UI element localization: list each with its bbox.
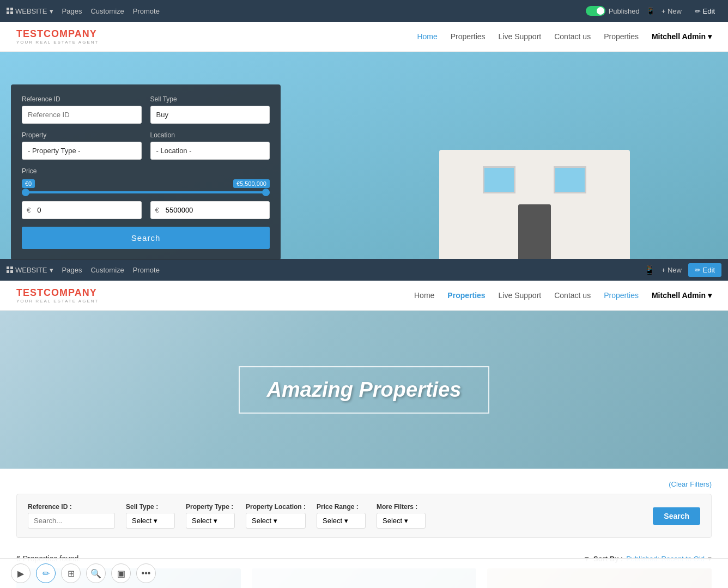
published-toggle[interactable] [586,6,605,16]
admin-bar-top: WEBSITE ▾ Pages Customize Promote Publis… [0,0,728,22]
admin-bar-right: Published 📱 + New ✏ Edit [586,4,721,18]
hero2-title-box: Amazing Properties [239,366,490,414]
user-menu-2[interactable]: Mitchell Admin ▾ [652,291,712,300]
grid-icon [7,8,13,14]
price-slider-max-thumb[interactable] [262,189,270,196]
logo-name-1: TESTCOMPANY [16,28,99,40]
search-row-2: Property - Property Type - Location - Lo… [22,131,270,160]
logo-name-2: TESTCOMPANY [16,287,99,299]
logo-1: TESTCOMPANY YOUR REAL ESTATE AGENT [16,28,99,45]
price-slider-track[interactable] [22,191,270,193]
hero-section-1: Reference ID Sell Type Buy Rent Property… [0,52,728,259]
customize-link-2[interactable]: Customize [90,266,124,274]
tool-media-btn[interactable]: ▣ [111,563,131,583]
filter-sell-value: Select [132,517,151,525]
filter-more-value: Select [383,517,402,525]
price-slider-fill [22,191,270,193]
site-nav-2: Home Properties Live Support Contact us … [414,291,712,300]
website-menu-btn[interactable]: WEBSITE ▾ [7,7,53,15]
filter-ref-input[interactable] [28,513,115,529]
mobile-preview-icon[interactable]: 📱 [646,7,655,15]
nav-properties2-1[interactable]: Properties [604,32,639,41]
admin-bar-2: WEBSITE ▾ Pages Customize Promote 📱 + Ne… [0,259,728,281]
filter-price-value: Select [323,517,342,525]
nav-properties-2[interactable]: Properties [447,291,485,300]
tool-edit-btn[interactable]: ✏ [36,563,56,583]
price-min-badge: €0 [22,179,35,188]
filter-more-label: More Filters : [377,503,426,511]
filter-section: (Clear Filters) Reference ID : Sell Type… [0,469,728,549]
user-name-1: Mitchell Admin [652,32,706,41]
grid-icon-2 [7,266,13,273]
nav-contact-1[interactable]: Contact us [554,32,591,41]
price-max-input[interactable] [163,202,269,219]
promote-link-2[interactable]: Promote [133,266,160,274]
house-door [518,204,551,259]
edit-button-2[interactable]: ✏ Edit [688,263,721,277]
new-button-2[interactable]: + New [662,266,682,274]
sell-type-select[interactable]: Buy Rent [150,106,270,124]
chevron-down-icon: ▾ [50,7,53,15]
ref-id-input[interactable] [22,106,142,124]
filter-search-btn[interactable]: Search [653,507,700,525]
pages-link-2[interactable]: Pages [62,266,82,274]
edit-button-top[interactable]: ✏ Edit [688,4,721,18]
user-menu-1[interactable]: Mitchell Admin ▾ [652,32,712,41]
website-label-2: WEBSITE [15,266,47,274]
tool-grid-btn[interactable]: ⊞ [61,563,81,583]
filter-sell-arrow: ▾ [154,517,157,525]
filter-more-arrow: ▾ [404,517,408,525]
search-button-overlay[interactable]: Search [22,227,270,249]
property-type-label: Property [22,131,142,139]
pages-link[interactable]: Pages [62,7,82,15]
euro-symbol-max: € [151,206,163,214]
price-slider-min-thumb[interactable] [22,189,29,196]
price-min-input-wrap: € [22,201,142,219]
nav-properties-1[interactable]: Properties [451,32,486,41]
mobile-icon-2[interactable]: 📱 [644,265,655,275]
filter-location-label: Property Location : [246,503,306,511]
filter-ref-label: Reference ID : [28,503,115,511]
house-body [439,150,630,259]
website-menu-btn-2[interactable]: WEBSITE ▾ [7,266,53,274]
filter-location-arrow: ▾ [274,517,277,525]
filter-sell-btn[interactable]: Select ▾ [126,513,175,529]
filter-more-btn[interactable]: Select ▾ [377,513,426,529]
price-max-badge: €5,500,000 [233,179,270,188]
nav-properties3-2[interactable]: Properties [604,291,639,300]
filter-property-group: Property Type : Select ▾ [186,503,235,529]
admin-bar-left: WEBSITE ▾ Pages Customize Promote [7,7,160,15]
filter-more-group: More Filters : Select ▾ [377,503,426,529]
tool-play-btn[interactable]: ▶ [11,563,31,583]
price-section: Price €0 €5,500,000 € € [22,167,270,219]
tool-more-btn[interactable]: ••• [136,563,156,583]
filter-location-value: Select [252,517,271,525]
tool-search-btn[interactable]: 🔍 [86,563,106,583]
price-inputs: € € [22,201,270,219]
filter-property-btn[interactable]: Select ▾ [186,513,235,529]
location-select[interactable]: - Location - [150,142,270,160]
clear-filters-link[interactable]: (Clear Filters) [669,480,712,488]
new-button-top[interactable]: + New [662,7,682,15]
nav-home-2[interactable]: Home [414,291,434,300]
filter-sell-group: Sell Type : Select ▾ [126,503,175,529]
filter-sell-label: Sell Type : [126,503,175,511]
filter-price-btn[interactable]: Select ▾ [317,513,366,529]
promote-link[interactable]: Promote [133,7,160,15]
nav-livesupport-2[interactable]: Live Support [499,291,542,300]
website-label: WEBSITE [15,7,47,15]
price-min-input[interactable] [35,202,141,219]
property-type-select[interactable]: - Property Type - [22,142,142,160]
nav-contact-2[interactable]: Contact us [554,291,591,300]
admin-bar2-right: 📱 + New ✏ Edit [644,263,721,277]
customize-link[interactable]: Customize [90,7,124,15]
nav-livesupport-1[interactable]: Live Support [499,32,542,41]
user-chevron-1: ▾ [708,32,712,41]
chevron-down-icon-2: ▾ [50,266,53,274]
logo-sub-2: YOUR REAL ESTATE AGENT [16,299,99,304]
nav-home-1[interactable]: Home [417,32,437,41]
filter-location-group: Property Location : Select ▾ [246,503,306,529]
filter-location-btn[interactable]: Select ▾ [246,513,306,529]
filter-ref-group: Reference ID : [28,503,115,529]
site-header-2: TESTCOMPANY YOUR REAL ESTATE AGENT Home … [0,281,728,311]
